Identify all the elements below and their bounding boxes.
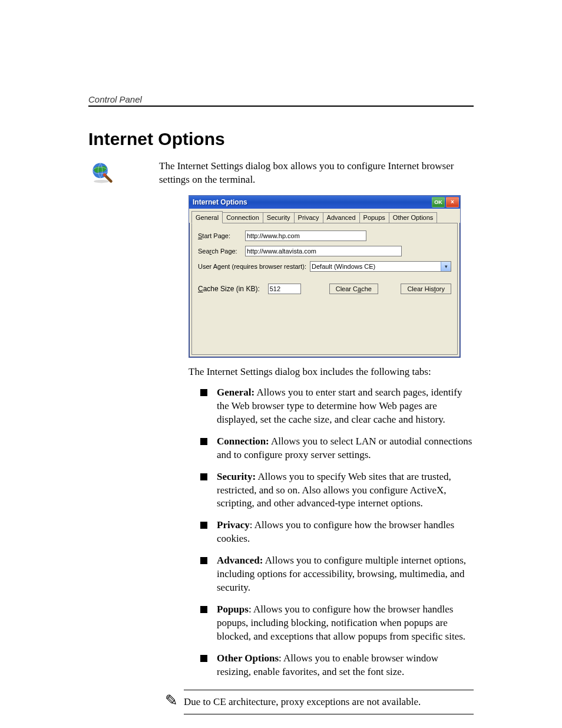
list-item: Popups: Allows you to configure how the … — [200, 603, 474, 644]
tab-panel-general: Start Page: Search Page: User Agent (req… — [191, 223, 458, 355]
tab-advanced[interactable]: Advanced — [323, 212, 360, 223]
list-item: General: Allows you to enter start and s… — [200, 386, 474, 427]
tab-other-options[interactable]: Other Options — [389, 212, 437, 223]
intro-text: The Internet Settings dialog box allows … — [159, 160, 474, 187]
header-section: Control Panel — [88, 94, 474, 107]
tab-privacy[interactable]: Privacy — [294, 212, 323, 223]
cache-size-input[interactable] — [268, 284, 301, 294]
tab-connection[interactable]: Connection — [222, 212, 263, 223]
clear-cache-button[interactable]: Clear Cache — [329, 284, 378, 294]
tab-descriptions-list: General: Allows you to enter start and s… — [200, 386, 474, 679]
page-title: Internet Options — [88, 129, 474, 149]
clear-history-button[interactable]: Clear History — [401, 284, 451, 294]
close-button[interactable]: × — [446, 197, 459, 207]
user-agent-label: User Agent (requires browser restart): — [198, 263, 306, 270]
chevron-down-icon[interactable]: ▾ — [441, 262, 451, 271]
tab-security[interactable]: Security — [263, 212, 295, 223]
note-text: Due to CE architecture, proxy exceptions… — [184, 690, 474, 714]
user-agent-value: Default (Windows CE) — [310, 262, 441, 271]
list-item: Connection: Allows you to select LAN or … — [200, 435, 474, 462]
dialog-title: Internet Options — [193, 198, 431, 206]
tabstrip: General Connection Security Privacy Adva… — [189, 209, 460, 223]
search-page-label: Search Page: — [198, 248, 245, 255]
svg-point-3 — [94, 180, 109, 183]
tab-general[interactable]: General — [191, 211, 223, 223]
start-page-input[interactable] — [245, 230, 366, 241]
tab-popups[interactable]: Popups — [359, 212, 389, 223]
note-icon: ✎ — [165, 690, 178, 709]
internet-options-dialog: Internet Options OK × General Connection… — [189, 195, 461, 358]
list-item: Security: Allows you to specify Web site… — [200, 470, 474, 511]
list-item: Other Options: Allows you to enable brow… — [200, 652, 474, 679]
start-page-label: Start Page: — [198, 232, 245, 239]
user-agent-select[interactable]: Default (Windows CE) ▾ — [310, 261, 451, 272]
cache-size-label: Cache Size (in KB): — [198, 285, 260, 293]
list-item: Privacy: Allows you to configure how the… — [200, 519, 474, 546]
list-item: Advanced: Allows you to configure multip… — [200, 554, 474, 595]
tabs-intro-text: The Internet Settings dialog box include… — [189, 366, 474, 378]
ok-button[interactable]: OK — [432, 197, 445, 207]
search-page-input[interactable] — [245, 246, 402, 256]
internet-options-icon — [88, 160, 114, 188]
svg-point-2 — [103, 173, 107, 177]
dialog-titlebar: Internet Options OK × — [189, 196, 460, 209]
